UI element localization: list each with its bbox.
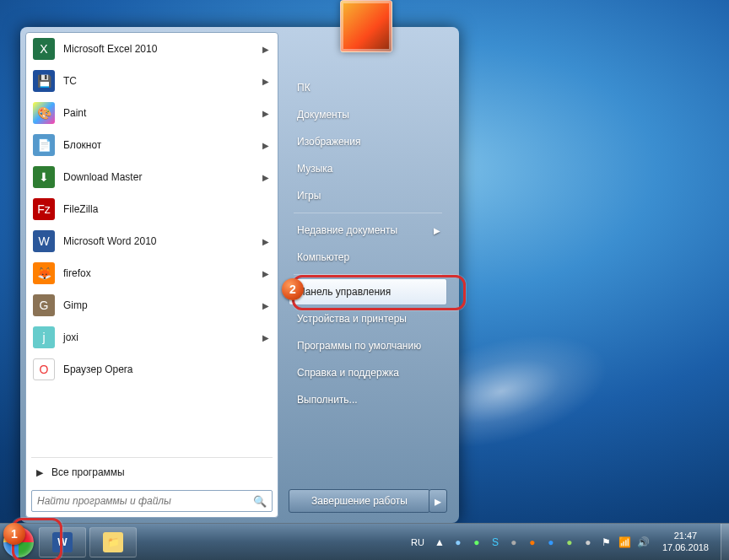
tray-icon[interactable]: ● (526, 536, 539, 549)
start-menu-right-item[interactable]: Устройства и принтеры (289, 305, 447, 332)
right-item-label: Справка и поддержка (297, 367, 399, 379)
language-indicator[interactable]: RU (408, 536, 428, 549)
tray-network-icon[interactable]: 📶 (618, 536, 632, 549)
taskbar-clock[interactable]: 21:47 17.06.2018 (656, 530, 716, 552)
shutdown-group: Завершение работы ▸ (289, 489, 447, 513)
all-programs-button[interactable]: ▶ Все программы (26, 460, 278, 485)
app-icon: W (33, 230, 55, 252)
app-icon: Fz (33, 198, 55, 220)
start-menu-right-item[interactable]: Панель управления (289, 278, 447, 305)
start-menu-right-item[interactable]: Документы (289, 101, 447, 128)
search-box[interactable]: 🔍 (31, 490, 273, 512)
user-picture[interactable] (340, 0, 392, 52)
submenu-arrow-icon: ▶ (262, 109, 269, 118)
app-icon: X (33, 38, 55, 60)
program-item[interactable]: 💾 TC ▶ (26, 65, 278, 97)
right-item-label: Компьютер (297, 251, 349, 263)
shutdown-button[interactable]: Завершение работы (289, 489, 430, 513)
program-item[interactable]: W Microsoft Word 2010 ▶ (26, 225, 278, 257)
right-item-label: ПК (297, 82, 310, 94)
right-item-label: Документы (297, 109, 349, 121)
submenu-arrow-icon: ▶ (262, 333, 269, 342)
program-item[interactable]: X Microsoft Excel 2010 ▶ (26, 33, 278, 65)
program-item[interactable]: Fz FileZilla (26, 193, 278, 225)
clock-time: 21:47 (662, 530, 709, 541)
clock-date: 17.06.2018 (662, 542, 709, 553)
submenu-arrow-icon: ▶ (262, 301, 269, 310)
program-label: Браузер Opera (63, 363, 133, 375)
start-menu-right-item[interactable]: Программы по умолчанию (289, 332, 447, 359)
right-item-label: Музыка (297, 163, 332, 175)
start-menu-right-item[interactable]: ПК (289, 74, 447, 101)
start-menu-left-panel: X Microsoft Excel 2010 ▶💾 TC ▶🎨 Paint ▶📄… (25, 32, 278, 518)
right-item-label: Игры (297, 190, 321, 202)
tray-icon[interactable]: ● (563, 536, 576, 549)
submenu-arrow-icon: ▶ (262, 45, 269, 54)
program-item[interactable]: G Gimp ▶ (26, 289, 278, 321)
system-tray: RU ▲ ● ● S ● ● ● ● ● ⚑ 📶 🔊 21:47 17.06.2… (408, 524, 721, 560)
app-icon: j (33, 326, 55, 348)
program-item[interactable]: O Браузер Opera (26, 353, 278, 385)
start-menu-right-item[interactable]: Музыка (289, 155, 447, 182)
tray-icon[interactable]: ● (507, 536, 521, 549)
program-label: FileZilla (63, 203, 98, 215)
right-item-label: Программы по умолчанию (297, 340, 421, 352)
right-item-label: Недавние документы (297, 224, 397, 236)
shutdown-options-button[interactable]: ▸ (429, 489, 447, 513)
tray-icon[interactable]: ● (544, 536, 558, 549)
program-item[interactable]: 🦊 firefox ▶ (26, 257, 278, 289)
submenu-arrow-icon: ▶ (262, 269, 269, 278)
program-label: Paint (63, 107, 86, 119)
triangle-right-icon: ▶ (36, 467, 43, 478)
start-menu-right-item[interactable]: Изображения (289, 128, 447, 155)
separator (294, 213, 442, 213)
program-label: Microsoft Excel 2010 (63, 43, 157, 55)
tray-icon[interactable]: ● (470, 536, 483, 549)
start-menu-right-item[interactable]: Компьютер (289, 244, 447, 271)
app-icon: G (33, 294, 55, 316)
app-icon: 🦊 (33, 262, 55, 284)
program-label: Gimp (63, 299, 88, 311)
right-item-label: Изображения (297, 136, 360, 148)
program-item[interactable]: 📄 Блокнот ▶ (26, 129, 278, 161)
right-item-label: Панель управления (298, 286, 391, 298)
app-icon: ⬇ (33, 166, 55, 188)
annotation-badge-1: 1 (3, 523, 25, 545)
program-label: Download Master (63, 171, 142, 183)
show-desktop-button[interactable] (721, 524, 729, 561)
tray-skype-icon[interactable]: S (489, 536, 502, 549)
annotation-badge-2: 2 (282, 278, 304, 300)
shutdown-label: Завершение работы (311, 495, 408, 507)
program-label: TC (63, 75, 77, 87)
start-menu-right-item[interactable]: Недавние документы▶ (289, 217, 447, 244)
program-item[interactable]: ⬇ Download Master ▶ (26, 161, 278, 193)
program-label: Блокнот (63, 139, 101, 151)
program-label: joxi (63, 331, 78, 343)
divider (31, 457, 273, 458)
program-item[interactable]: 🎨 Paint ▶ (26, 97, 278, 129)
separator (294, 274, 442, 275)
program-item[interactable]: j joxi ▶ (26, 321, 278, 353)
submenu-arrow-icon: ▶ (434, 226, 440, 235)
app-icon: 🎨 (33, 102, 55, 124)
program-label: Microsoft Word 2010 (63, 235, 157, 247)
tray-flag-icon[interactable]: ⚑ (600, 536, 613, 549)
search-icon[interactable]: 🔍 (253, 495, 267, 508)
taskbar-app-explorer[interactable]: 📁 (89, 527, 137, 557)
start-menu-right-item[interactable]: Справка и поддержка (289, 359, 447, 386)
submenu-arrow-icon: ▶ (262, 173, 269, 182)
tray-icon[interactable]: ● (581, 536, 595, 549)
tray-show-hidden-icon[interactable]: ▲ (433, 536, 446, 549)
all-programs-label: Все программы (51, 466, 125, 478)
program-label: firefox (63, 267, 91, 279)
start-menu-right-item[interactable]: Выполнить... (289, 386, 447, 413)
tray-icon[interactable]: ● (451, 536, 465, 549)
submenu-arrow-icon: ▶ (262, 77, 269, 86)
submenu-arrow-icon: ▶ (262, 141, 269, 150)
tray-volume-icon[interactable]: 🔊 (637, 536, 651, 549)
taskbar-app-word[interactable]: W (39, 527, 86, 557)
right-item-label: Устройства и принтеры (297, 313, 407, 325)
submenu-arrow-icon: ▶ (262, 237, 269, 246)
start-menu-right-item[interactable]: Игры (289, 182, 447, 209)
search-input[interactable] (37, 495, 253, 507)
